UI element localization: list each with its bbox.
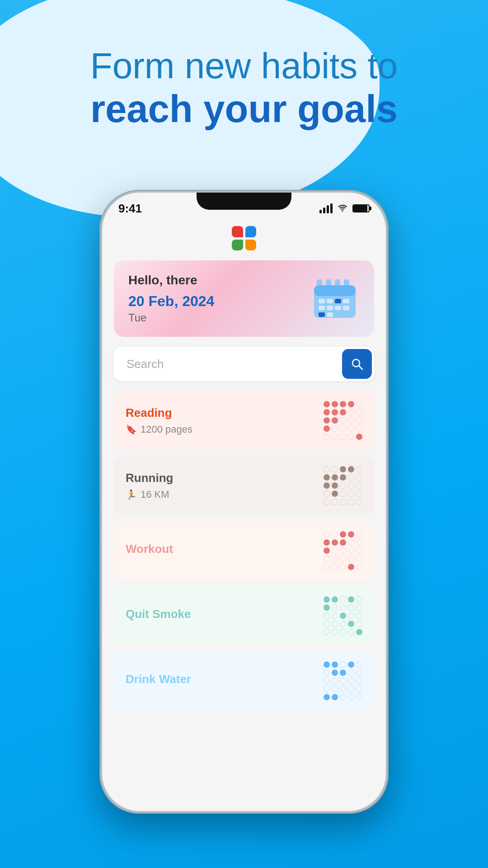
dot — [356, 531, 362, 538]
search-bar[interactable]: Search — [114, 347, 374, 381]
habit-card-workout[interactable]: Workout — [114, 521, 374, 580]
dot — [340, 466, 346, 472]
dot — [332, 417, 338, 424]
dot — [340, 670, 346, 676]
habit-info-workout: Workout — [126, 542, 173, 560]
dot — [340, 629, 346, 635]
dot — [356, 670, 362, 676]
headline-line2: reach your goals — [0, 87, 488, 131]
phone-shell: 9:41 — [99, 190, 389, 814]
habit-card-reading[interactable]: Reading 🔖 1200 pages — [114, 391, 374, 450]
dot — [348, 661, 354, 668]
habit-name-running: Running — [126, 471, 173, 485]
dot — [340, 434, 346, 440]
habit-card-quit-smoke[interactable]: Quit Smoke — [114, 586, 374, 645]
status-icons — [319, 203, 370, 214]
dot — [348, 694, 354, 700]
dot — [324, 670, 330, 676]
dot — [340, 621, 346, 627]
dot — [324, 596, 330, 603]
habit-meta-value-reading: 1200 pages — [141, 424, 192, 435]
dot — [332, 670, 338, 676]
habit-info-drink-water: Drink Water — [126, 672, 191, 690]
svg-rect-9 — [343, 299, 349, 303]
dot — [356, 474, 362, 481]
svg-rect-14 — [319, 312, 325, 317]
dot-grid-drink-water — [324, 661, 362, 700]
dot — [348, 531, 354, 538]
dot — [340, 604, 346, 611]
dot — [348, 499, 354, 505]
dot — [332, 482, 338, 489]
dot — [340, 531, 346, 538]
dot — [356, 482, 362, 489]
dot — [340, 547, 346, 554]
logo-squares — [232, 226, 256, 250]
dot — [356, 556, 362, 562]
habit-card-drink-water[interactable]: Drink Water — [114, 651, 374, 710]
dot — [348, 621, 354, 627]
habit-name-drink-water: Drink Water — [126, 672, 191, 686]
habit-meta-running: 🏃 16 KM — [126, 489, 173, 500]
dot — [356, 539, 362, 546]
date-day: Tue — [128, 311, 214, 324]
svg-rect-11 — [327, 306, 333, 310]
dot — [348, 564, 354, 570]
dot — [332, 613, 338, 619]
dot — [356, 547, 362, 554]
dot — [356, 678, 362, 684]
dot — [348, 482, 354, 489]
dot — [324, 604, 330, 611]
logo-square-green — [232, 240, 243, 251]
dot — [332, 547, 338, 554]
dot — [324, 661, 330, 668]
dot — [356, 613, 362, 619]
dot — [340, 499, 346, 505]
svg-rect-5 — [314, 285, 356, 296]
date-card: Hello, there 20 Feb, 2024 Tue — [114, 260, 374, 337]
dot — [348, 604, 354, 611]
calendar-icon — [310, 276, 360, 321]
search-button[interactable] — [342, 349, 372, 379]
habit-info-quit-smoke: Quit Smoke — [126, 607, 191, 625]
dot — [348, 547, 354, 554]
dot — [348, 434, 354, 440]
dot — [324, 531, 330, 538]
dot — [324, 694, 330, 700]
dot — [332, 491, 338, 497]
dot — [340, 613, 346, 619]
dot — [340, 678, 346, 684]
dot — [324, 686, 330, 692]
dot-grid-running — [324, 466, 362, 505]
dot — [356, 629, 362, 635]
dot — [332, 556, 338, 562]
date-text: Hello, there 20 Feb, 2024 Tue — [128, 273, 214, 324]
habit-name-workout: Workout — [126, 542, 173, 556]
app-logo — [114, 218, 374, 260]
dot — [332, 474, 338, 481]
habit-card-running[interactable]: Running 🏃 16 KM — [114, 456, 374, 515]
dot — [332, 466, 338, 472]
habit-info-running: Running 🏃 16 KM — [126, 471, 173, 500]
dot — [340, 556, 346, 562]
search-placeholder: Search — [127, 357, 164, 371]
dot — [324, 539, 330, 546]
dot — [340, 694, 346, 700]
dot — [348, 629, 354, 635]
svg-rect-13 — [343, 306, 349, 310]
dot — [324, 613, 330, 619]
dot — [348, 491, 354, 497]
habit-meta-icon-running: 🏃 — [126, 489, 137, 500]
app-content: Hello, there 20 Feb, 2024 Tue — [102, 218, 386, 717]
dot — [332, 596, 338, 603]
dot — [356, 621, 362, 627]
dot — [332, 678, 338, 684]
dot — [340, 409, 346, 415]
dot — [356, 491, 362, 497]
dot — [348, 678, 354, 684]
dot — [356, 499, 362, 505]
dot — [332, 686, 338, 692]
svg-rect-15 — [327, 312, 333, 317]
dot — [340, 482, 346, 489]
habit-name-reading: Reading — [126, 406, 192, 420]
